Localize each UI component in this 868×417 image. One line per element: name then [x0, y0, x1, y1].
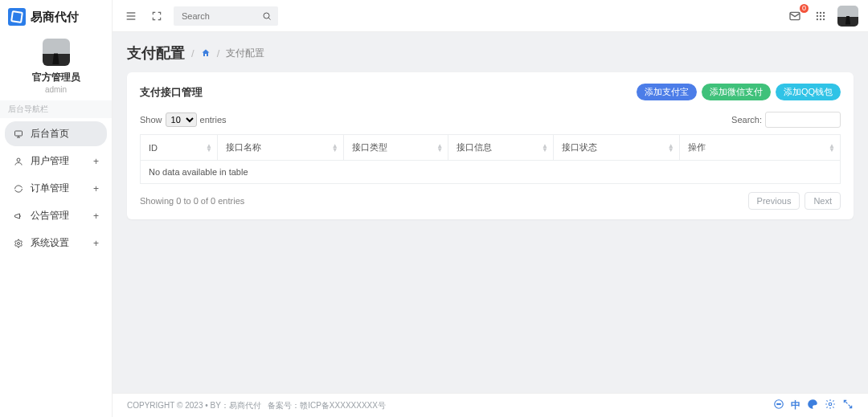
sort-icon: ▲▼ — [542, 144, 548, 152]
svg-point-4 — [18, 242, 20, 244]
sidebar-item-label: 用户管理 — [31, 154, 93, 168]
add-alipay-button[interactable]: 添加支付宝 — [637, 84, 697, 100]
sidebar-item-label: 公告管理 — [31, 209, 93, 223]
search-input[interactable] — [174, 6, 278, 26]
breadcrumb-home[interactable] — [201, 48, 211, 58]
svg-point-11 — [817, 11, 818, 13]
breadcrumb-sep: / — [217, 47, 220, 59]
pager-next-button[interactable]: Next — [805, 192, 841, 210]
col-status[interactable]: 接口状态 ▲▼ — [553, 135, 679, 161]
expand-icon: + — [93, 211, 99, 222]
table-footer: Showing 0 to 0 of 0 entries Previous Nex… — [140, 192, 841, 210]
profile-block: 官方管理员 admin — [0, 34, 112, 100]
footer-record-link[interactable]: 赣ICP备XXXXXXXXX号 — [300, 400, 386, 411]
refresh-icon — [13, 184, 24, 194]
footer-theme-icon[interactable] — [807, 399, 818, 412]
add-qq-button[interactable]: 添加QQ钱包 — [776, 84, 841, 100]
content-area: 支付配置 / / 支付配置 支付接口管理 添加支付宝 添加微信支付 添加QQ钱包 — [113, 32, 868, 417]
expand-icon: + — [93, 183, 99, 194]
footer-record-label: 备案号： — [268, 400, 300, 411]
megaphone-icon — [13, 211, 24, 221]
svg-point-13 — [823, 11, 825, 13]
sidebar-item-label: 订单管理 — [31, 182, 93, 195]
col-type[interactable]: 接口类型 ▲▼ — [343, 135, 448, 161]
sidebar-item-users[interactable]: 用户管理 + — [5, 149, 107, 174]
topbar: 0 — [113, 0, 868, 32]
col-action[interactable]: 操作 ▲▼ — [679, 135, 840, 161]
footer-by-link[interactable]: 易商代付 — [229, 400, 261, 411]
col-label: 接口类型 — [352, 142, 387, 152]
sidebar-item-orders[interactable]: 订单管理 + — [5, 176, 107, 201]
svg-point-17 — [817, 18, 818, 19]
sidebar-item-home[interactable]: 后台首页 — [5, 121, 107, 146]
card-actions: 添加支付宝 添加微信支付 添加QQ钱包 — [637, 84, 841, 100]
sidebar-item-label: 后台首页 — [31, 127, 99, 141]
monitor-icon — [13, 129, 24, 139]
footer-lang-icon[interactable]: 中 — [791, 399, 800, 412]
svg-point-23 — [780, 403, 780, 404]
svg-point-3 — [17, 158, 20, 161]
sidebar-item-settings[interactable]: 系统设置 + — [5, 231, 107, 256]
profile-username: admin — [45, 85, 67, 94]
sidebar-section-label: 后台导航栏 — [0, 100, 112, 118]
col-label: 接口名称 — [226, 142, 261, 152]
svg-rect-0 — [15, 131, 23, 136]
gear-icon — [13, 239, 24, 248]
footer-expand-icon[interactable] — [842, 399, 854, 412]
footer: COPYRIGHT © 2023 • BY： 易商代付 备案号： 赣ICP备XX… — [113, 393, 868, 417]
sort-icon: ▲▼ — [206, 144, 212, 152]
breadcrumb-sep: / — [191, 47, 194, 59]
col-name[interactable]: 接口名称 ▲▼ — [217, 135, 343, 161]
fullscreen-icon[interactable] — [148, 7, 166, 25]
topbar-avatar[interactable] — [837, 6, 858, 27]
main-column: 0 支付配置 / / 支付配置 支付接口管理 添加 — [113, 0, 868, 417]
footer-settings-icon[interactable] — [825, 399, 836, 412]
footer-by-label: BY： — [211, 400, 229, 411]
svg-point-21 — [777, 403, 778, 404]
svg-point-18 — [820, 18, 821, 19]
sidebar-item-announce[interactable]: 公告管理 + — [5, 203, 107, 228]
breadcrumb: 支付配置 / / 支付配置 — [127, 43, 854, 63]
svg-point-19 — [823, 18, 825, 19]
sidebar-item-label: 系统设置 — [31, 236, 93, 250]
sort-icon: ▲▼ — [332, 144, 338, 152]
brand[interactable]: 易商代付 — [0, 0, 112, 34]
sort-icon: ▲▼ — [436, 144, 443, 152]
col-id[interactable]: ID ▲▼ — [141, 135, 218, 161]
table-empty-text: No data available in table — [141, 161, 841, 184]
footer-chat-icon[interactable] — [773, 399, 784, 412]
add-wechat-button[interactable]: 添加微信支付 — [702, 84, 771, 100]
length-prefix: Show — [140, 115, 162, 125]
svg-point-24 — [829, 403, 832, 406]
expand-icon: + — [93, 238, 99, 249]
card-title: 支付接口管理 — [140, 85, 203, 100]
avatar[interactable] — [43, 39, 70, 66]
pager-prev-button[interactable]: Previous — [748, 192, 800, 210]
profile-display-name: 官方管理员 — [32, 71, 80, 84]
mail-button[interactable]: 0 — [786, 7, 804, 25]
topbar-search — [174, 6, 278, 26]
menu-toggle-icon[interactable] — [122, 7, 140, 25]
col-info[interactable]: 接口信息 ▲▼ — [448, 135, 554, 161]
card-header: 支付接口管理 添加支付宝 添加微信支付 添加QQ钱包 — [140, 84, 841, 100]
brand-name: 易商代付 — [31, 10, 79, 25]
expand-icon: + — [93, 156, 99, 167]
footer-copyright: COPYRIGHT © 2023 — [127, 401, 203, 410]
breadcrumb-current: 支付配置 — [226, 47, 264, 60]
table-controls: Show 10 entries Search: — [140, 112, 841, 128]
sidebar-nav: 后台首页 用户管理 + 订单管理 + 公告管理 — [0, 118, 112, 261]
apps-grid-icon[interactable] — [812, 7, 829, 25]
col-label: 接口状态 — [562, 142, 597, 152]
pager: Previous Next — [748, 192, 841, 210]
table-search-input[interactable] — [765, 112, 841, 128]
data-table: ID ▲▼ 接口名称 ▲▼ 接口类型 ▲▼ — [140, 134, 841, 184]
sort-icon: ▲▼ — [668, 144, 674, 152]
card: 支付接口管理 添加支付宝 添加微信支付 添加QQ钱包 Show 10 entri… — [127, 72, 854, 219]
table-search-label: Search: — [731, 115, 762, 125]
length-select[interactable]: 10 — [166, 112, 197, 127]
sort-icon: ▲▼ — [829, 144, 835, 152]
footer-toolbar: 中 — [773, 399, 854, 412]
table-info: Showing 0 to 0 of 0 entries — [140, 196, 244, 206]
svg-point-14 — [817, 14, 818, 16]
col-label: 接口信息 — [457, 142, 492, 152]
